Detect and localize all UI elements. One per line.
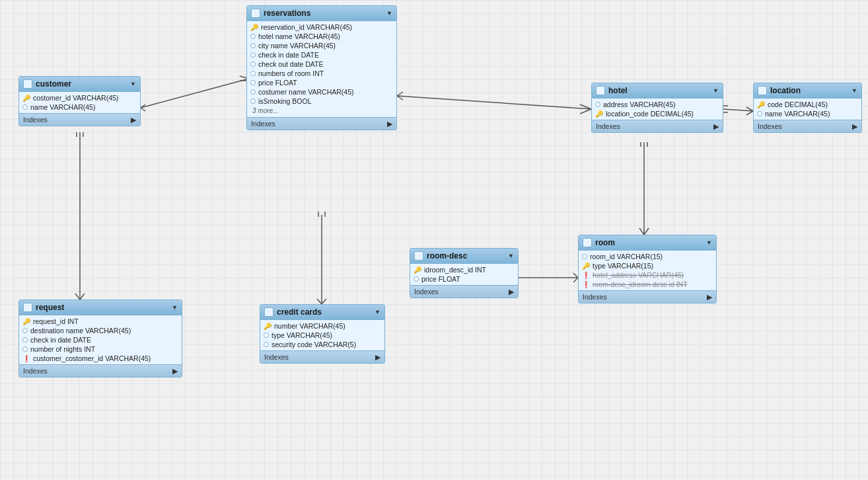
field-name: price FLOAT [421,275,460,283]
field-name: reservation_id VARCHAR(45) [261,23,352,31]
arrow-icon: ▶ [509,288,514,296]
field-name: numbers of room INT [258,69,324,77]
svg-line-1 [141,104,145,108]
table-title-request: request [36,303,64,312]
field-row: check out date DATE [247,60,396,69]
dropdown-customer[interactable]: ▼ [130,81,136,87]
arrow-icon: ▶ [713,122,719,130]
field-name: code DECIMAL(45) [768,100,828,108]
svg-line-10 [723,109,753,111]
field-name: name VARCHAR(45) [765,110,830,118]
svg-line-9 [397,96,403,100]
table-footer-room[interactable]: Indexes ▶ [579,290,716,303]
field-row: 🔑 location_code DECIMAL(45) [592,109,723,118]
field-name: check in date DATE [30,336,91,344]
svg-line-5 [397,96,591,109]
table-icon-reservations [251,9,260,18]
field-name: price FLOAT [258,79,297,87]
table-footer-room-desc[interactable]: Indexes ▶ [410,285,518,298]
field-name: hotel name VARCHAR(45) [258,32,340,40]
table-hotel: hotel ▼ address VARCHAR(45) 🔑 location_c… [591,83,723,133]
table-room-desc: room-desc ▼ 🔑 idroom_desc_id INT price F… [410,248,519,298]
field-row: ❗ room-desc_idroom desc id INT [579,280,716,289]
pk-icon: 🔑 [264,323,271,330]
field-row: 🔑 code DECIMAL(45) [754,100,861,109]
field-row: price FLOAT [247,78,396,87]
nullable-icon [22,328,28,333]
table-footer-location[interactable]: Indexes ▶ [754,120,861,132]
svg-line-28 [573,273,578,278]
field-name: check out date DATE [258,60,323,68]
field-name: check in date DATE [258,51,319,59]
field-row: 🔑 type VARCHAR(15) [579,261,716,270]
field-name: number of nights INT [30,345,95,353]
svg-line-0 [141,79,246,108]
dropdown-room-desc[interactable]: ▼ [508,253,514,259]
field-row: 🔑 reservation_id VARCHAR(45) [247,22,396,32]
svg-line-23 [317,299,322,304]
field-row: destination name VARCHAR(45) [19,326,182,335]
table-reservations: reservations ▼ 🔑 reservation_id VARCHAR(… [246,5,397,130]
field-name: hotel_address VARCHAR(45) [593,271,684,279]
dropdown-reservations[interactable]: ▼ [386,10,392,17]
table-icon-room-desc [414,251,423,260]
table-title-customer: customer [36,79,71,89]
table-header-reservations: reservations ▼ [247,6,396,21]
field-row: city name VARCHAR(45) [247,41,396,50]
dropdown-room[interactable]: ▼ [706,239,712,246]
nullable-icon [264,342,269,347]
dropdown-request[interactable]: ▼ [172,304,178,311]
nullable-icon [582,254,587,259]
arrow-icon: ▶ [131,116,136,124]
dropdown-credit-cards[interactable]: ▼ [375,309,380,315]
table-footer-customer[interactable]: Indexes ▶ [19,113,140,126]
field-name: isSmoking BOOL [258,97,312,105]
field-name: costomer_id VARCHAR(45) [33,94,118,102]
field-row: 🔑 number VARCHAR(45) [260,321,384,331]
pk-icon: 🔑 [22,318,30,325]
arrow-icon: ▶ [852,122,857,130]
field-row: room_id VARCHAR(15) [579,252,716,261]
table-request: request ▼ 🔑 request_id INT destination n… [18,300,182,378]
fk-icon: ❗ [582,272,590,279]
dropdown-hotel[interactable]: ▼ [713,87,719,94]
field-row: name VARCHAR(45) [754,109,861,118]
indexes-label: Indexes [583,293,607,301]
arrow-icon: ▶ [387,120,392,128]
svg-line-24 [322,299,326,304]
connections-layer [0,0,868,480]
dropdown-location[interactable]: ▼ [851,87,857,94]
table-customer: customer ▼ 🔑 costomer_id VARCHAR(45) nam… [18,76,141,126]
nullable-icon [22,104,28,110]
table-title-room: room [595,238,615,247]
table-body-request: 🔑 request_id INT destination name VARCHA… [19,315,182,364]
table-footer-hotel[interactable]: Indexes ▶ [592,120,723,132]
nullable-icon [757,111,762,116]
table-body-room-desc: 🔑 idroom_desc_id INT price FLOAT [410,264,518,285]
indexes-label: Indexes [23,367,48,375]
nullable-icon [250,80,256,85]
svg-line-8 [397,92,403,96]
arrow-icon: ▶ [172,367,178,375]
field-row: ❗ hotel_address VARCHAR(45) [579,270,716,280]
arrow-icon: ▶ [375,353,380,361]
svg-line-12 [746,111,753,115]
fk-icon: ❗ [22,355,30,362]
table-icon-request [23,303,32,312]
table-footer-reservations[interactable]: Indexes ▶ [247,117,396,130]
pk-icon: 🔑 [22,95,30,102]
table-title-reservations: reservations [264,9,310,18]
table-icon-location [758,86,767,95]
field-name: number VARCHAR(45) [274,322,345,330]
field-name: room-desc_idroom desc id INT [593,280,688,288]
nullable-icon [250,71,256,76]
table-footer-request[interactable]: Indexes ▶ [19,364,182,377]
table-title-credit-cards: credit cards [277,307,322,317]
nullable-icon [22,346,28,352]
table-body-credit-cards: 🔑 number VARCHAR(45) type VARCHAR(45) se… [260,320,384,350]
field-name: security code VARCHAR(5) [271,340,356,348]
fk-icon: ❗ [582,281,590,288]
table-icon-hotel [596,86,605,95]
indexes-label: Indexes [23,116,48,124]
table-footer-credit-cards[interactable]: Indexes ▶ [260,350,384,363]
